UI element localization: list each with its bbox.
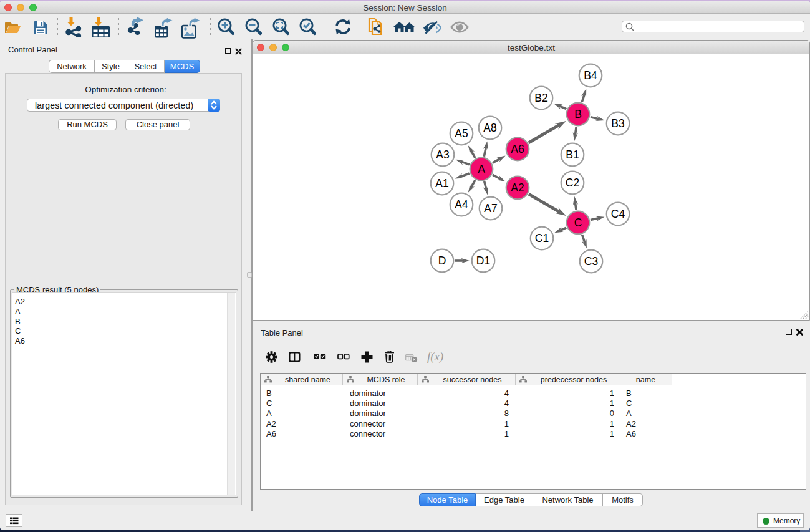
svg-text:A2: A2 [511,181,524,194]
svg-text:C4: C4 [611,208,625,220]
svg-text:D: D [438,254,446,267]
svg-text:D1: D1 [476,254,490,267]
svg-text:A: A [478,163,485,175]
svg-text:A7: A7 [484,202,497,215]
svg-text:C3: C3 [584,255,598,268]
svg-text:A5: A5 [455,127,468,140]
svg-text:B4: B4 [584,69,597,82]
svg-text:B1: B1 [566,148,579,161]
svg-text:C1: C1 [535,232,549,244]
svg-text:A4: A4 [455,198,468,211]
svg-text:A3: A3 [436,148,449,161]
svg-text:C: C [574,216,582,229]
svg-text:A8: A8 [483,122,496,134]
svg-text:B: B [574,108,582,120]
svg-text:A6: A6 [511,143,524,155]
svg-text:A1: A1 [435,177,448,190]
svg-text:C2: C2 [566,177,579,189]
svg-text:B2: B2 [534,92,547,104]
svg-text:B3: B3 [611,117,624,130]
